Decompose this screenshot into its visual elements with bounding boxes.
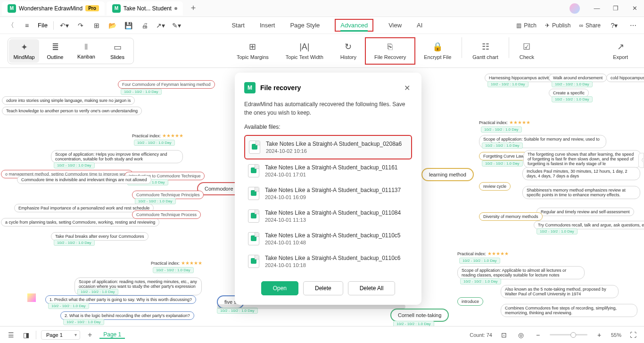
file-date: 2024-10-01 10:48 — [265, 240, 408, 245]
minimize-button[interactable]: — — [587, 0, 606, 17]
open-button[interactable]: Open — [261, 281, 298, 295]
mm-node[interactable]: Scope of application: Applicable to almo… — [457, 266, 585, 279]
redo-icon[interactable]: ↷ — [75, 20, 86, 31]
file-item[interactable]: Take Notes Like a Straight-A Student_bac… — [244, 205, 412, 227]
mm-node[interactable]: Diversity of memory methods — [479, 212, 543, 221]
mm-node[interactable]: Regular and timely review and self-asses… — [537, 208, 634, 216]
mm-node[interactable]: Commodore time is indivisible and irrele… — [17, 176, 151, 184]
tab-start[interactable]: Start — [231, 19, 244, 32]
new-tab-button[interactable]: + — [187, 2, 200, 15]
mm-node[interactable]: Commodore Technique Process — [132, 210, 201, 219]
more-icon[interactable]: ⋯ — [628, 20, 638, 31]
recovered-file-list[interactable]: Take Notes Like a Straight-A Student_bac… — [244, 135, 420, 273]
fit-icon[interactable]: ⊡ — [499, 330, 509, 340]
file-item[interactable]: Take Notes Like a Straight-A Student_bac… — [244, 250, 412, 273]
side-panel-toggle[interactable]: 〈 — [638, 153, 644, 168]
gantt-icon: ☷ — [482, 42, 489, 52]
zoom-out-icon[interactable]: − — [533, 330, 543, 340]
page-selector[interactable]: Page 1 — [41, 330, 80, 340]
zoom-level: 55% — [611, 332, 621, 338]
file-recovery-button[interactable]: ⎘File Recovery — [365, 37, 415, 65]
save-icon[interactable]: 💾 — [124, 20, 134, 31]
publish-button[interactable]: ✈Publish — [545, 22, 570, 29]
mm-node[interactable]: Shabbiness's memory method emphasizes re… — [522, 186, 640, 199]
app-tab[interactable]: M Wondershare EdrawMind Pro — [2, 1, 105, 16]
pitch-button[interactable]: ▥Pitch — [516, 22, 537, 29]
tab-view[interactable]: View — [388, 19, 402, 32]
mm-node[interactable]: a cycle from planning tasks, setting Com… — [1, 218, 159, 226]
close-button[interactable]: ✕ — [625, 0, 644, 17]
new-icon[interactable]: ⊞ — [91, 20, 102, 31]
file-item[interactable]: Take Notes Like a Straight-A Student_bac… — [244, 135, 412, 159]
ai-icon — [27, 293, 36, 302]
file-item[interactable]: Take Notes Like a Straight-A Student_bac… — [244, 159, 412, 182]
check-button[interactable]: ☑Check — [511, 37, 543, 65]
open-icon[interactable]: 📂 — [107, 20, 118, 31]
help-icon[interactable]: ?▾ — [609, 20, 619, 31]
horizontal-scrollbar[interactable] — [217, 304, 405, 309]
zoom-in-icon[interactable]: + — [594, 330, 604, 340]
view-outline[interactable]: ≣Outline — [40, 39, 70, 63]
export-button[interactable]: ↗Export — [604, 38, 636, 64]
file-name: Take Notes Like a Straight-A Student_bac… — [266, 141, 407, 147]
margins-icon: ⊞ — [249, 42, 256, 52]
mm-node[interactable]: Also known as the 5 note-taking method, … — [501, 285, 619, 298]
history-button[interactable]: ↻History — [332, 37, 365, 65]
dialog-description: EdrawMind has automatically recovered th… — [244, 100, 420, 117]
view-kanban[interactable]: ⦀Kanban — [71, 39, 101, 63]
tab-advanced[interactable]: Advanced — [335, 19, 373, 32]
mindmap-icon: ✦ — [21, 42, 28, 52]
topic-margins-button[interactable]: ⊞Topic Margins — [228, 37, 277, 65]
mm-node[interactable]: Four Commodore of Feynman learning metho… — [118, 80, 215, 89]
history-icon: ↻ — [345, 42, 352, 52]
star-icon: ★★★★★ — [181, 260, 202, 266]
mm-node[interactable]: Includes Paul minutes, 30 minutes, 12 ho… — [522, 167, 640, 180]
tab-page-style[interactable]: Page Style — [290, 19, 320, 32]
edit-icon[interactable]: ✎▾ — [172, 20, 182, 31]
file-item[interactable]: Take Notes Like a Straight-A Student_bac… — [244, 182, 412, 205]
add-page-button[interactable]: + — [85, 331, 95, 339]
maximize-button[interactable]: ❐ — [606, 0, 625, 17]
delete-button[interactable]: Delete — [303, 281, 343, 295]
outline-toggle-icon[interactable]: ☰ — [6, 330, 16, 340]
gantt-chart-button[interactable]: ☷Gantt chart — [464, 37, 506, 65]
topic-text-width-button[interactable]: |A|Topic Text Width — [277, 37, 332, 65]
file-tab[interactable]: M Take Not... Student — [107, 1, 183, 16]
mm-date-tag: 10/2 - 10/2 : 1.0 Day — [153, 267, 194, 273]
mm-node[interactable]: Teach knowledge to another person to ver… — [2, 107, 142, 115]
close-icon[interactable]: ✕ — [404, 84, 410, 92]
menu-icon[interactable]: ≡ — [22, 20, 32, 31]
back-icon[interactable]: 〈 — [6, 20, 16, 31]
mm-node[interactable]: introduce — [457, 297, 483, 306]
tab-ai[interactable]: AI — [417, 19, 422, 32]
mm-node[interactable]: odore into stories using simple language… — [2, 96, 135, 105]
mm-node[interactable]: The forgetting curve shows that after le… — [523, 150, 641, 168]
share-button[interactable]: ∞Share — [579, 22, 601, 29]
export-dd-icon[interactable]: ↗▾ — [156, 20, 166, 31]
file-item[interactable]: Take Notes Like a Straight-A Student_bac… — [244, 227, 412, 250]
fullscreen-icon[interactable]: ⛶ — [628, 330, 638, 340]
tab-insert[interactable]: Insert — [260, 19, 275, 32]
locate-icon[interactable]: ◎ — [516, 330, 526, 340]
mm-center-node[interactable]: Cornell note-taking — [390, 309, 449, 322]
file-menu[interactable]: File — [38, 22, 48, 29]
encrypt-file-button[interactable]: 🔒Encrypt File — [415, 37, 460, 65]
mm-node[interactable]: Emphasize Paul importance of a personali… — [14, 204, 154, 212]
mm-node[interactable]: Forgetting Curve Law — [479, 152, 528, 160]
mm-node[interactable]: cold hippocampus — [606, 74, 644, 82]
mm-node[interactable]: Combines Commodores five steps of record… — [501, 304, 637, 317]
page-tab[interactable]: Page 1 — [99, 331, 125, 339]
user-avatar[interactable] — [570, 3, 580, 14]
view-mindmap[interactable]: ✦MindMap — [9, 39, 39, 63]
ribbon: ✦MindMap ≣Outline ⦀Kanban ▭Slides ⊞Topic… — [0, 34, 644, 68]
undo-icon[interactable]: ↶▾ — [59, 20, 70, 31]
delete-all-button[interactable]: Delete All — [348, 281, 396, 295]
panel-toggle-icon[interactable]: ◨ — [21, 330, 31, 340]
zoom-slider[interactable] — [550, 334, 587, 335]
mm-node[interactable]: review cycle — [479, 182, 511, 191]
mm-node[interactable]: Scope of application: Helps you improve … — [51, 150, 183, 163]
mm-center-node[interactable]: learning method — [421, 168, 474, 181]
view-slides[interactable]: ▭Slides — [102, 39, 132, 63]
print-icon[interactable]: 🖨 — [140, 20, 150, 31]
edraw-logo-icon: M — [244, 82, 256, 93]
